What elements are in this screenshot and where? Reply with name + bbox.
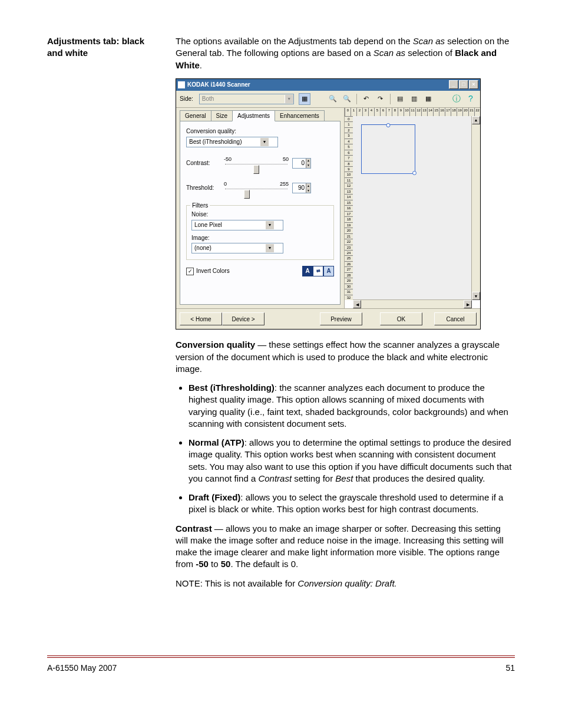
tool1-icon[interactable]: ▤: [394, 93, 406, 105]
minimize-button[interactable]: _: [449, 80, 458, 89]
home-button[interactable]: < Home: [180, 312, 222, 325]
rotate-right-icon[interactable]: ↷: [375, 93, 386, 105]
image-filter-dropdown[interactable]: (none) ▼: [191, 243, 283, 253]
invert-preview-arrow-icon: ⇄: [313, 266, 323, 276]
threshold-slider[interactable]: [224, 187, 289, 196]
scanner-window: KODAK i1440 Scanner _ □ × Side: Both ▼ ▦…: [176, 78, 481, 330]
help-icon[interactable]: ?: [465, 93, 477, 105]
image-filter-label: Image:: [191, 234, 329, 242]
scroll-left-icon[interactable]: ◀: [353, 300, 361, 308]
scroll-up-icon[interactable]: ▲: [472, 116, 480, 124]
scrollbar-vertical[interactable]: ▲ ▼: [471, 116, 480, 301]
side-label: Side:: [180, 95, 193, 103]
contrast-slider[interactable]: [224, 163, 289, 171]
tab-general[interactable]: General: [180, 110, 211, 121]
preview-canvas[interactable]: [353, 116, 472, 301]
invert-colors-label: Invert Colors: [196, 267, 230, 275]
ruler-horizontal: 012345678910111213141516171819202122: [345, 108, 480, 117]
zoom-out-icon[interactable]: 🔍: [341, 93, 353, 105]
threshold-max: 255: [280, 180, 289, 187]
preview-button[interactable]: Preview: [320, 312, 362, 325]
ok-button[interactable]: OK: [380, 312, 422, 325]
crop-handle[interactable]: [386, 123, 391, 127]
conversion-quality-paragraph: Conversion quality — these settings effe…: [176, 339, 515, 375]
footer-page-number: 51: [505, 663, 515, 674]
cancel-button[interactable]: Cancel: [434, 312, 477, 325]
tab-size[interactable]: Size: [211, 110, 233, 121]
noise-dropdown[interactable]: Lone Pixel ▼: [191, 220, 283, 230]
normal-bullet: Normal (ATP): allows you to determine th…: [189, 437, 515, 485]
crop-handle[interactable]: [412, 171, 416, 175]
scrollbar-horizontal[interactable]: ◀ ▶: [353, 299, 472, 308]
filters-title: Filters: [190, 202, 210, 210]
scroll-right-icon[interactable]: ▶: [464, 300, 472, 308]
intro-paragraph: The options available on the Adjustments…: [176, 35, 515, 71]
rotate-left-icon[interactable]: ↶: [361, 93, 372, 105]
threshold-label: Threshold:: [186, 184, 220, 192]
conversion-quality-label: Conversion quality:: [186, 127, 334, 136]
conversion-quality-dropdown[interactable]: Best (iThresholding) ▼: [186, 137, 278, 147]
tool3-icon[interactable]: ▦: [422, 93, 434, 105]
contrast-spinner[interactable]: ▲▼: [292, 158, 311, 169]
side-dropdown[interactable]: Both ▼: [199, 94, 294, 104]
threshold-spinner[interactable]: ▲▼: [292, 183, 311, 193]
contrast-paragraph: Contrast — allows you to make an image s…: [176, 523, 515, 571]
app-icon: [178, 81, 185, 88]
section-heading: Adjustments tab: black and white: [47, 35, 159, 597]
close-button[interactable]: ×: [469, 80, 478, 89]
invert-preview-dark-icon: A: [302, 266, 313, 276]
tab-adjustments[interactable]: Adjustments: [232, 110, 275, 122]
zoom-in-icon[interactable]: 🔍: [327, 93, 339, 105]
scroll-down-icon[interactable]: ▼: [472, 292, 480, 300]
contrast-min: -50: [224, 156, 232, 163]
contrast-value[interactable]: [293, 159, 306, 168]
image-settings-icon[interactable]: ▦: [299, 93, 310, 105]
dropdown-arrow-icon: ▼: [265, 221, 274, 229]
invert-preview-light-icon: A: [323, 266, 334, 276]
footer-left: A-61550 May 2007: [47, 663, 117, 674]
noise-value: Lone Pixel: [194, 221, 265, 229]
preview-pane: 012345678910111213141516171819202122 012…: [344, 108, 480, 309]
titlebar: KODAK i1440 Scanner _ □ ×: [176, 79, 480, 91]
draft-bullet: Draft (Fixed): allows you to select the …: [189, 492, 515, 516]
contrast-label: Contrast:: [186, 159, 220, 167]
dropdown-arrow-icon: ▼: [285, 95, 293, 103]
maximize-button[interactable]: □: [459, 80, 468, 89]
window-title: KODAK i1440 Scanner: [187, 81, 449, 89]
noise-label: Noise:: [191, 210, 329, 219]
tab-enhancements[interactable]: Enhancements: [275, 110, 325, 121]
best-bullet: Best (iThresholding): the scanner analyz…: [189, 382, 515, 430]
side-value: Both: [202, 95, 285, 103]
image-filter-value: (none): [194, 244, 265, 252]
info-icon[interactable]: ⓘ: [451, 93, 462, 105]
dropdown-arrow-icon: ▼: [265, 244, 274, 252]
threshold-value[interactable]: [293, 183, 306, 193]
ruler-vertical: 0123456789101112131415161718192021222324…: [345, 116, 353, 301]
conversion-quality-value: Best (iThresholding): [189, 138, 260, 146]
threshold-min: 0: [224, 180, 227, 187]
page-footer: A-61550 May 2007 51: [47, 655, 515, 674]
crop-rectangle[interactable]: [361, 124, 415, 174]
device-button[interactable]: Device >: [222, 312, 265, 325]
invert-colors-checkbox[interactable]: ✓: [186, 268, 194, 275]
note-paragraph: NOTE: This is not available for Conversi…: [176, 578, 515, 589]
tool2-icon[interactable]: ▥: [408, 93, 420, 105]
filters-group: Filters Noise: Lone Pixel ▼ Image: (none…: [186, 205, 334, 260]
contrast-max: 50: [283, 156, 289, 163]
dropdown-arrow-icon: ▼: [260, 138, 269, 146]
